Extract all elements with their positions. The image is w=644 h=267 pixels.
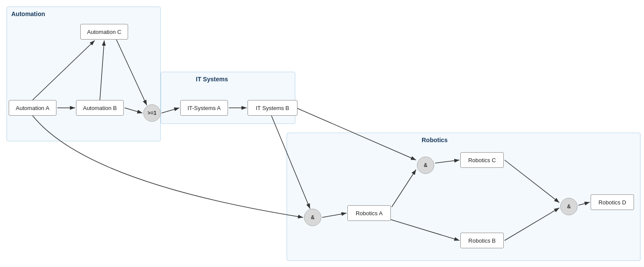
node-robotics-c: Robotics C bbox=[460, 152, 504, 168]
automation-group-label: Automation bbox=[11, 10, 45, 17]
node-robotics-b: Robotics B bbox=[460, 233, 504, 248]
node-automation-b: Automation B bbox=[76, 100, 124, 116]
it-systems-group: IT Systems bbox=[161, 72, 295, 124]
node-automation-c: Automation C bbox=[80, 24, 128, 40]
gate-and-1: & bbox=[304, 209, 321, 226]
node-automation-a: Automation A bbox=[9, 100, 56, 116]
node-robotics-a: Robotics A bbox=[347, 205, 391, 221]
diagram-container: Automation IT Systems Robotics bbox=[0, 0, 644, 267]
node-robotics-d: Robotics D bbox=[591, 194, 634, 210]
gate-and-2: & bbox=[417, 157, 434, 174]
gate-and-3: & bbox=[560, 198, 578, 215]
node-it-systems-b: IT Systems B bbox=[248, 100, 297, 116]
gate-or: >=1 bbox=[143, 104, 161, 122]
it-systems-group-label: IT Systems bbox=[196, 76, 228, 83]
robotics-group-label: Robotics bbox=[422, 137, 448, 144]
node-it-systems-a: IT-Systems A bbox=[180, 100, 228, 116]
